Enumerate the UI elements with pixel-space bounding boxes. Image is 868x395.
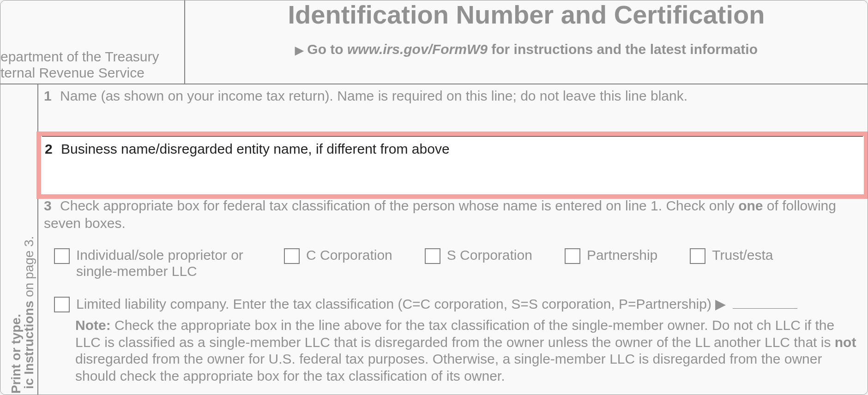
line-3-number: 3 (44, 198, 52, 213)
header-right: Identification Number and Certification … (185, 0, 868, 84)
opt-trust-label: Trust/esta (712, 247, 773, 263)
opt-s-corp[interactable]: S Corporation (425, 247, 532, 264)
dept-line-2: ternal Revenue Service (0, 65, 184, 81)
opt-individual-label: Individual/sole proprietor or single-mem… (76, 247, 252, 279)
note-text-1: Check the appropriate box in the line ab… (75, 317, 835, 350)
opt-partnership-label: Partnership (587, 247, 657, 263)
form-title: Identification Number and Certification (185, 0, 868, 30)
checkbox-icon[interactable] (54, 248, 70, 264)
note-not: not (835, 335, 856, 350)
line-3: 3 Check appropriate box for federal tax … (38, 193, 868, 388)
line-1-number: 1 (44, 88, 52, 103)
classification-options: Individual/sole proprietor or single-mem… (54, 247, 862, 279)
side-instructions: ic Instructions on page 3. (22, 236, 36, 389)
checkbox-icon[interactable] (284, 248, 300, 264)
line-2-text: Business name/disregarded entity name, i… (61, 141, 450, 156)
opt-s-corp-label: S Corporation (447, 247, 532, 263)
opt-llc[interactable]: Limited liability company. Enter the tax… (54, 296, 862, 312)
line-2-highlight[interactable]: 2 Business name/disregarded entity name,… (36, 132, 868, 199)
side-label: Print or type. ic Instructions on page 3… (0, 84, 38, 395)
form-body: Print or type. ic Instructions on page 3… (0, 84, 868, 395)
note-bold: Note: (75, 317, 111, 333)
form-main: 1 Name (as shown on your income tax retu… (38, 84, 868, 395)
opt-c-corp[interactable]: C Corporation (284, 247, 392, 264)
opt-c-corp-label: C Corporation (306, 247, 392, 263)
triangle-icon: ▶ (295, 44, 303, 56)
checkbox-icon[interactable] (690, 248, 705, 264)
checkbox-icon[interactable] (425, 248, 440, 264)
opt-llc-label: Limited liability company. Enter the tax… (76, 296, 711, 311)
goto-line: ▶ Go to www.irs.gov/FormW9 for instructi… (185, 42, 868, 57)
opt-partnership[interactable]: Partnership (565, 247, 657, 264)
line-2-number: 2 (45, 141, 53, 156)
checkbox-icon[interactable] (565, 248, 580, 264)
form-word: orm (0, 0, 24, 2)
goto-suffix: for instructions and the latest informat… (491, 42, 758, 57)
dept-line-1: epartment of the Treasury (0, 49, 184, 65)
header-left: orm W-9 epartment of the Treasury ternal… (0, 0, 185, 84)
checkbox-icon[interactable] (54, 297, 70, 312)
opt-individual[interactable]: Individual/sole proprietor or single-mem… (54, 247, 252, 279)
triangle-icon: ▶ (715, 296, 726, 311)
llc-note: Note: Check the appropriate box in the l… (75, 317, 862, 384)
form-header: orm W-9 epartment of the Treasury ternal… (0, 0, 868, 84)
line-3-text-a: Check appropriate box for federal tax cl… (60, 198, 738, 213)
line-1[interactable]: 1 Name (as shown on your income tax retu… (38, 84, 868, 139)
llc-classification-input[interactable] (733, 308, 797, 309)
goto-url: www.irs.gov/FormW9 (347, 42, 488, 57)
goto-prefix: Go to (307, 42, 343, 57)
form-w9-page: orm W-9 epartment of the Treasury ternal… (0, 0, 868, 395)
issuer: epartment of the Treasury ternal Revenue… (0, 49, 184, 84)
line-3-one: one (738, 198, 763, 213)
note-text-2: disregarded from the owner for U.S. fede… (75, 351, 822, 383)
line-1-text: Name (as shown on your income tax return… (60, 88, 687, 103)
opt-trust[interactable]: Trust/esta (690, 247, 773, 264)
